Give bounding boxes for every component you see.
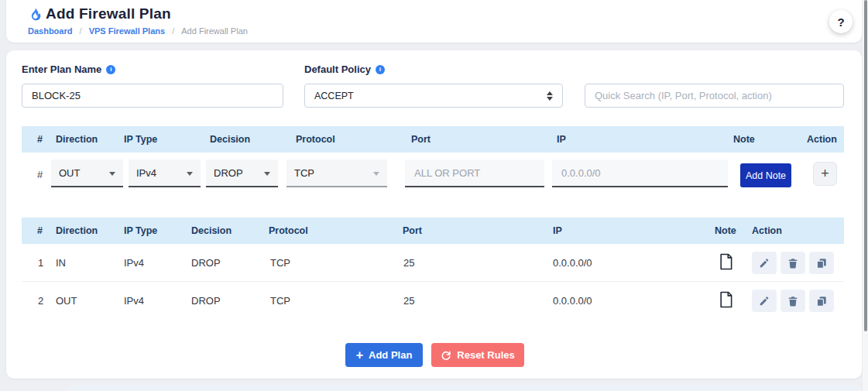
breadcrumb-separator: / [172, 26, 174, 36]
breadcrumb-current: Add Firewall Plan [181, 26, 248, 36]
col-note: Note [715, 225, 736, 236]
plan-name-label: Enter Plan Name i [22, 63, 115, 75]
col-protocol: Protocol [296, 134, 335, 145]
new-rule-hash: # [37, 169, 43, 180]
scrollbar-track[interactable] [862, 0, 868, 391]
refresh-icon [441, 350, 451, 361]
protocol-select[interactable]: TCP [286, 159, 387, 187]
select-updown-icon [547, 91, 553, 101]
next-section-top-edge [66, 385, 862, 391]
plus-icon: + [356, 348, 363, 362]
breadcrumb-separator: / [80, 26, 82, 36]
chevron-down-icon [187, 172, 193, 176]
rule-ip-type: IPv4 [124, 295, 144, 307]
rule-ip: 0.0.0.0/0 [553, 257, 592, 269]
default-policy-select[interactable]: ACCEPT [304, 84, 563, 108]
rule-num: 2 [38, 295, 43, 307]
rule-port: 25 [403, 257, 414, 269]
copy-rule-button[interactable] [809, 290, 834, 312]
add-firewall-plan-page: Add Firewall Plan Dashboard / VPS Firewa… [0, 0, 868, 391]
edit-rule-button[interactable] [752, 290, 777, 312]
copy-icon [816, 296, 827, 307]
default-policy-value: ACCEPT [314, 91, 354, 101]
trash-icon [787, 296, 798, 307]
question-mark-icon: ? [837, 15, 844, 29]
breadcrumb: Dashboard / VPS Firewall Plans / Add Fir… [28, 26, 248, 36]
port-input[interactable] [405, 159, 544, 187]
info-icon[interactable]: i [376, 65, 385, 74]
rule-protocol: TCP [270, 257, 290, 269]
col-direction: Direction [56, 225, 98, 236]
col-hash: # [37, 225, 43, 236]
info-icon[interactable]: i [106, 65, 115, 74]
col-note: Note [733, 134, 755, 145]
chevron-down-icon [373, 172, 379, 176]
pencil-icon [759, 258, 770, 269]
add-rule-row-button[interactable]: + [813, 162, 837, 186]
note-file-icon [719, 290, 733, 309]
help-button[interactable]: ? [829, 10, 853, 33]
rule-protocol: TCP [270, 295, 290, 307]
page-header: Add Firewall Plan Dashboard / VPS Firewa… [6, 0, 862, 43]
col-hash: # [37, 134, 43, 145]
rule-port: 25 [403, 295, 414, 307]
add-note-button[interactable]: Add Note [740, 163, 791, 187]
delete-rule-button[interactable] [781, 290, 805, 312]
reset-rules-button[interactable]: Reset Rules [431, 343, 524, 367]
ip-type-select[interactable]: IPv4 [129, 159, 201, 187]
add-rule-table-header: # Direction IP Type Decision Protocol Po… [22, 126, 844, 153]
breadcrumb-vps-firewall-plans[interactable]: VPS Firewall Plans [89, 26, 165, 36]
note-file-icon [719, 252, 733, 271]
copy-icon [816, 258, 827, 269]
col-ip: IP [553, 225, 562, 236]
rule-direction: IN [56, 257, 66, 269]
edit-rule-button[interactable] [752, 252, 777, 274]
copy-rule-button[interactable] [809, 252, 834, 274]
quick-search-input[interactable] [585, 84, 844, 108]
ip-input[interactable] [552, 159, 728, 187]
rule-ip-type: IPv4 [124, 257, 144, 269]
plan-name-input[interactable] [22, 84, 283, 108]
trash-icon [787, 258, 798, 269]
note-button[interactable] [719, 290, 733, 311]
col-port: Port [403, 225, 422, 236]
col-ip-type: IP Type [124, 225, 157, 236]
rule-row-2: 2 OUT IPv4 DROP TCP 25 0.0.0.0/0 [22, 281, 844, 318]
col-action: Action [752, 225, 782, 236]
col-decision: Decision [210, 134, 250, 145]
page-title: Add Firewall Plan [46, 5, 171, 22]
rule-direction: OUT [56, 295, 77, 307]
chevron-down-icon [264, 172, 270, 176]
col-direction: Direction [56, 134, 98, 145]
col-protocol: Protocol [269, 225, 308, 236]
col-decision: Decision [191, 225, 232, 236]
note-button[interactable] [719, 252, 733, 273]
rule-num: 1 [38, 257, 43, 269]
col-ip: IP [557, 134, 566, 145]
breadcrumb-dashboard[interactable]: Dashboard [28, 26, 72, 36]
chevron-down-icon [109, 172, 115, 176]
decision-select[interactable]: DROP [206, 159, 278, 187]
rules-table-header: # Direction IP Type Decision Protocol Po… [22, 218, 844, 244]
virtualizor-flame-icon [27, 7, 42, 22]
col-action: Action [807, 134, 837, 145]
rule-decision: DROP [191, 295, 221, 307]
rule-ip: 0.0.0.0/0 [553, 295, 592, 307]
rule-decision: DROP [191, 257, 221, 269]
scrollbar-thumb[interactable] [864, 0, 867, 331]
rule-row-1: 1 IN IPv4 DROP TCP 25 0.0.0.0/0 [22, 244, 844, 281]
delete-rule-button[interactable] [781, 252, 805, 274]
col-ip-type: IP Type [124, 134, 157, 145]
col-port: Port [411, 134, 431, 145]
add-plan-button[interactable]: + Add Plan [345, 343, 423, 367]
direction-select[interactable]: OUT [51, 159, 123, 187]
default-policy-label: Default Policy i [304, 63, 385, 75]
pencil-icon [759, 296, 770, 307]
